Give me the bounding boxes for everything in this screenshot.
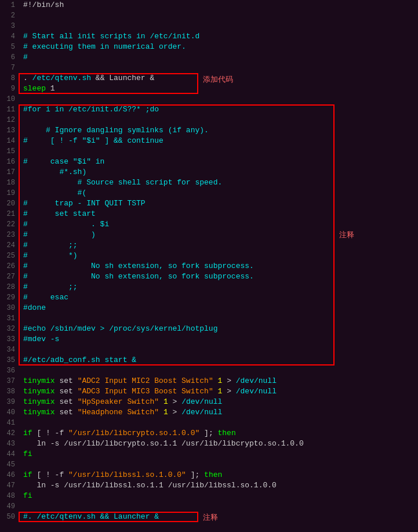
line-number-15: 15	[0, 146, 15, 157]
code-line-1: #!/bin/sh	[23, 0, 418, 10]
code-line-26: # No sh extension, so fork subprocess.	[23, 261, 418, 272]
line-number-16: 16	[0, 157, 15, 167]
line-number-29: 29	[0, 292, 15, 303]
line-number-30: 30	[0, 303, 15, 313]
line-number-12: 12	[0, 115, 15, 125]
code-line-36	[23, 365, 418, 376]
code-line-2	[23, 10, 418, 21]
code-line-43: ln -s /usr/lib/libcrypto.so.1.1 /usr/lib…	[23, 439, 418, 449]
annotation-add: 添加代码	[203, 74, 233, 85]
annotation-bottom: 注释	[203, 512, 218, 523]
line-number-28: 28	[0, 282, 15, 292]
code-line-15	[23, 146, 418, 157]
line-number-33: 33	[0, 334, 15, 345]
line-number-36: 36	[0, 365, 15, 376]
code-line-22: # . $i	[23, 219, 418, 230]
code-line-49	[23, 501, 418, 512]
code-line-39: tinymix set "HpSpeaker Switch" 1 > /dev/…	[23, 397, 418, 407]
line-number-26: 26	[0, 261, 15, 272]
code-line-46: if [ ! -f "/usr/lib/libssl.so.1.0.0" ]; …	[23, 470, 418, 480]
code-line-47: ln -s /usr/lib/libssl.so.1.1 /usr/lib/li…	[23, 480, 418, 491]
line-number-18: 18	[0, 178, 15, 188]
line-number-24: 24	[0, 240, 15, 251]
code-line-18: # Source shell script for speed.	[23, 178, 418, 188]
line-number-17: 17	[0, 167, 15, 178]
code-line-48: fi	[23, 491, 418, 501]
code-line-31	[23, 313, 418, 324]
code-line-32: #echo /sbin/mdev > /proc/sys/kernel/hotp…	[23, 324, 418, 334]
code-line-24: # ;;	[23, 240, 418, 251]
line-number-32: 32	[0, 324, 15, 334]
code-line-25: # *)	[23, 251, 418, 261]
code-line-4: # Start all init scripts in /etc/init.d	[23, 31, 418, 42]
code-line-6: #	[23, 52, 418, 63]
line-number-9: 9	[0, 84, 15, 94]
line-number-38: 38	[0, 386, 15, 397]
editor-container: 1234567891011121314151617181920212223242…	[0, 0, 418, 532]
line-number-2: 2	[0, 10, 15, 21]
line-number-43: 43	[0, 439, 15, 449]
code-line-37: tinymix set "ADC2 Input MIC2 Boost Switc…	[23, 376, 418, 386]
line-number-50: 50	[0, 512, 15, 522]
line-number-48: 48	[0, 491, 15, 501]
line-number-21: 21	[0, 209, 15, 219]
code-line-7	[23, 63, 418, 73]
code-line-10	[23, 94, 418, 104]
line-number-31: 31	[0, 313, 15, 324]
line-number-25: 25	[0, 251, 15, 261]
line-number-11: 11	[0, 104, 15, 115]
code-line-19: #(	[23, 188, 418, 198]
line-number-40: 40	[0, 407, 15, 418]
line-number-20: 20	[0, 198, 15, 209]
code-line-13: # Ignore dangling symlinks (if any).	[23, 125, 418, 136]
line-number-1: 1	[0, 0, 15, 10]
code-line-12	[23, 115, 418, 125]
line-number-22: 22	[0, 219, 15, 230]
line-number-44: 44	[0, 449, 15, 459]
line-number-6: 6	[0, 52, 15, 63]
line-number-49: 49	[0, 501, 15, 512]
code-line-40: tinymix set "Headphone Switch" 1 > /dev/…	[23, 407, 418, 418]
line-number-39: 39	[0, 397, 15, 407]
code-line-34	[23, 345, 418, 355]
code-line-41	[23, 418, 418, 428]
code-line-42: if [ ! -f "/usr/lib/libcrypto.so.1.0.0" …	[23, 428, 418, 439]
line-number-41: 41	[0, 418, 15, 428]
code-line-17: #*.sh)	[23, 167, 418, 178]
line-number-42: 42	[0, 428, 15, 439]
code-line-28: # ;;	[23, 282, 418, 292]
code-area[interactable]: #!/bin/sh# Start all init scripts in /et…	[19, 0, 418, 532]
line-number-37: 37	[0, 376, 15, 386]
code-line-45	[23, 459, 418, 470]
line-number-8: 8	[0, 73, 15, 84]
code-line-27: # No sh extension, so fork subprocess.	[23, 272, 418, 282]
code-line-20: # trap - INT QUIT TSTP	[23, 198, 418, 209]
code-line-16: # case "$i" in	[23, 157, 418, 167]
line-number-13: 13	[0, 125, 15, 136]
code-line-21: # set start	[23, 209, 418, 219]
code-line-50: #. /etc/qtenv.sh && Launcher &	[23, 512, 418, 522]
code-line-38: tinymix set "ADC3 Input MIC3 Boost Switc…	[23, 386, 418, 397]
code-line-23: # )	[23, 230, 418, 240]
line-number-10: 10	[0, 94, 15, 104]
code-line-44: fi	[23, 449, 418, 459]
code-line-9: sleep 1	[23, 84, 418, 94]
line-number-5: 5	[0, 42, 15, 52]
code-line-5: # executing them in numerical order.	[23, 42, 418, 52]
line-number-3: 3	[0, 21, 15, 31]
code-line-11: #for i in /etc/init.d/S??* ;do	[23, 104, 418, 115]
line-number-27: 27	[0, 272, 15, 282]
line-number-7: 7	[0, 63, 15, 73]
code-line-33: #mdev -s	[23, 334, 418, 345]
line-numbers: 1234567891011121314151617181920212223242…	[0, 0, 19, 532]
line-number-34: 34	[0, 345, 15, 355]
line-number-45: 45	[0, 459, 15, 470]
line-number-14: 14	[0, 136, 15, 146]
code-line-30: #done	[23, 303, 418, 313]
code-line-35: #/etc/adb_conf.sh start &	[23, 355, 418, 365]
line-number-35: 35	[0, 355, 15, 365]
line-number-4: 4	[0, 31, 15, 42]
line-number-46: 46	[0, 470, 15, 480]
line-number-19: 19	[0, 188, 15, 198]
line-number-47: 47	[0, 480, 15, 491]
